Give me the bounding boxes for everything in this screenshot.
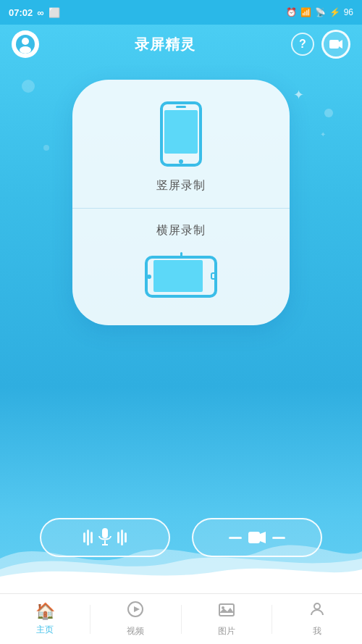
landscape-record-option[interactable]: 横屏录制	[72, 209, 290, 325]
status-bar: 07:02 ∞ ⬜ ⏰ 📶 📡 ⚡ 96	[0, 0, 362, 25]
svg-marker-4	[339, 40, 342, 49]
svg-marker-22	[219, 608, 234, 613]
photo-nav-icon	[218, 601, 235, 622]
camera-icon	[329, 37, 343, 51]
help-button[interactable]: ?	[291, 33, 314, 56]
main-record-card: 竖屏录制 横屏录制	[72, 80, 290, 325]
svg-point-2	[20, 46, 31, 54]
photos-label: 图片	[218, 625, 235, 637]
alarm-icon: ⏰	[286, 7, 297, 17]
bottom-nav: 🏠 主页 视频 图片 我	[0, 593, 362, 644]
deco-star-1: ✦	[293, 87, 304, 103]
dash-bar-right	[272, 537, 285, 539]
landscape-label: 横屏录制	[156, 223, 206, 238]
logo-icon	[15, 34, 35, 54]
charging-icon: ⚡	[329, 7, 340, 17]
svg-rect-3	[329, 40, 339, 49]
mic-icon	[97, 527, 113, 548]
dash-bar-left	[229, 537, 242, 539]
battery-level: 96	[344, 7, 353, 17]
svg-rect-6	[164, 110, 198, 154]
signal-icon: 📡	[315, 7, 326, 17]
dash-left	[229, 537, 242, 539]
wave-bar-6	[125, 532, 127, 543]
dash-right	[272, 537, 285, 539]
status-sim: ⬜	[49, 7, 60, 18]
profile-nav-icon	[308, 601, 326, 622]
video-label: 视频	[127, 625, 144, 637]
status-left: 07:02 ∞ ⬜	[9, 7, 60, 18]
portrait-record-option[interactable]: 竖屏录制	[72, 80, 290, 209]
wave-bar-4	[117, 532, 119, 543]
landscape-phone-icon	[145, 251, 217, 304]
camera-record-button[interactable]	[321, 30, 350, 59]
video-control-button[interactable]	[192, 518, 322, 557]
nav-profile[interactable]: 我	[272, 601, 362, 637]
app-title: 录屏精灵	[135, 35, 195, 54]
status-time: 07:02	[9, 7, 33, 18]
svg-rect-8	[176, 106, 186, 108]
video-play-icon	[248, 530, 266, 545]
home-icon: 🏠	[35, 602, 55, 621]
wave-bar-2	[87, 530, 89, 545]
bottom-controls	[0, 518, 362, 557]
status-right: ⏰ 📶 📡 ⚡ 96	[286, 7, 353, 17]
status-infinity: ∞	[37, 7, 43, 18]
deco-bubble-3	[43, 145, 49, 151]
svg-point-1	[22, 38, 29, 45]
nav-home[interactable]: 🏠 主页	[0, 602, 90, 636]
svg-marker-18	[260, 532, 266, 543]
wifi-icon: 📶	[300, 7, 311, 17]
portrait-phone-icon	[156, 101, 206, 170]
home-label: 主页	[36, 624, 54, 636]
app-header: 录屏精灵 ?	[0, 25, 362, 64]
svg-rect-10	[153, 260, 203, 292]
deco-star-2: ✦	[320, 130, 326, 138]
microphone-button[interactable]	[40, 518, 170, 557]
nav-video[interactable]: 视频	[90, 601, 180, 637]
nav-photos[interactable]: 图片	[182, 601, 272, 637]
deco-bubble-1	[22, 80, 35, 93]
mic-wave-right	[117, 530, 127, 545]
svg-point-11	[147, 275, 151, 279]
video-nav-icon	[127, 601, 144, 622]
profile-label: 我	[313, 625, 321, 637]
svg-rect-17	[248, 532, 260, 543]
deco-bubble-2	[324, 109, 333, 117]
header-actions: ?	[291, 30, 350, 59]
wave-bar-3	[90, 532, 93, 543]
portrait-label: 竖屏录制	[156, 178, 206, 193]
svg-point-7	[179, 159, 183, 164]
app-logo[interactable]	[12, 30, 39, 58]
svg-marker-20	[134, 606, 140, 612]
svg-rect-12	[180, 252, 182, 258]
wave-bar-1	[83, 532, 85, 543]
wave-bar-5	[121, 530, 123, 545]
svg-point-23	[222, 606, 224, 609]
mic-wave-left	[83, 530, 93, 545]
svg-point-24	[314, 603, 320, 609]
svg-rect-14	[102, 528, 108, 538]
